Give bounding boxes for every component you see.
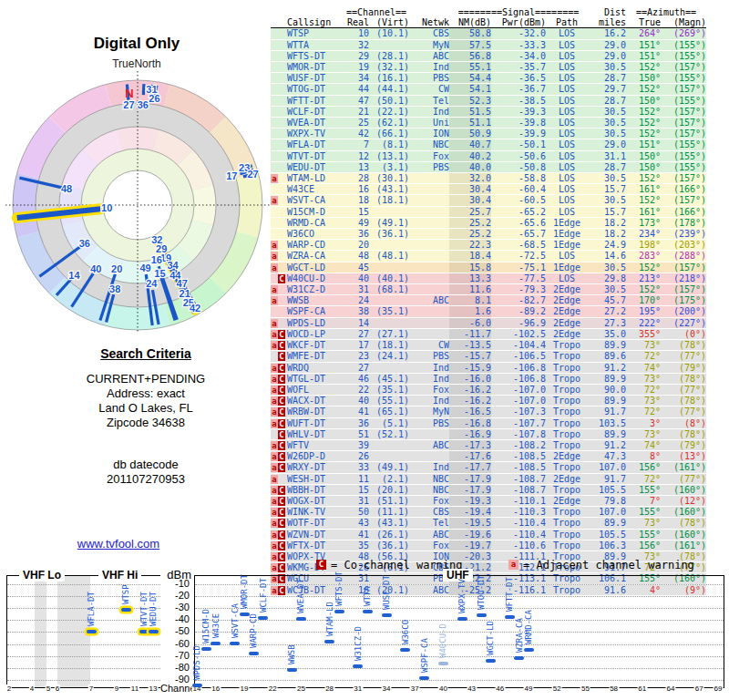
station-row: WTSP10(10.1)CBS58.8-32.0LOS16.2264°(269°… bbox=[271, 28, 706, 39]
real-channel-cell: 34 bbox=[344, 73, 369, 84]
callsign-cell: WTAM-LD bbox=[287, 173, 344, 184]
network-cell bbox=[409, 306, 449, 317]
warning-flags bbox=[271, 73, 287, 84]
db-datecode-label: db datecode bbox=[27, 458, 264, 472]
azimuth-magn-cell: (77°) bbox=[661, 351, 706, 362]
virtual-channel-cell: (43.1) bbox=[369, 518, 409, 529]
path-cell: 2Edge bbox=[546, 328, 588, 339]
warning-flags bbox=[271, 139, 287, 150]
nm-db-cell: 30.4 bbox=[449, 195, 491, 206]
station-row: aCWKCF-DT17(18.1)CW-13.5-104.4Tropo89.97… bbox=[271, 340, 706, 351]
distance-cell: 28.7 bbox=[588, 73, 626, 84]
azimuth-magn-cell: (160°) bbox=[661, 529, 706, 540]
uhf-channel-tick: 34 bbox=[382, 685, 392, 693]
co-channel-warning-icon: C bbox=[316, 560, 326, 570]
adjacent-warning-flag: a bbox=[271, 285, 278, 294]
network-cell: Uni bbox=[409, 118, 449, 129]
uhf-channel-tick: 43 bbox=[467, 685, 477, 693]
nm-db-cell: 55.1 bbox=[449, 62, 491, 73]
power-dbm-cell: -35.7 bbox=[491, 62, 546, 73]
co-channel-warning-flag: C bbox=[278, 508, 285, 517]
station-marker-label: W36CO bbox=[401, 620, 410, 644]
warning-flags: a bbox=[271, 284, 287, 295]
azimuth-magn-cell: (78°) bbox=[661, 396, 706, 407]
warning-flags bbox=[271, 50, 287, 61]
station-row: W15CM-D1525.7-65.2LOS15.7161°(166°) bbox=[271, 206, 706, 217]
station-marker-label: WFLA-DT bbox=[87, 592, 96, 626]
network-cell: PBS bbox=[409, 161, 449, 172]
virtual-channel-cell: (16.1) bbox=[369, 73, 409, 84]
adjacent-warning-flag: a bbox=[271, 530, 278, 540]
distance-cell: 89.9 bbox=[588, 518, 626, 529]
callsign-cell: WACX-DT bbox=[287, 396, 344, 407]
power-dbm-cell: -106.8 bbox=[491, 362, 546, 373]
tvfool-link[interactable]: www.tvfool.com bbox=[50, 537, 187, 551]
virtual-channel-cell: (40.1) bbox=[369, 273, 409, 283]
warning-flags: aC bbox=[271, 540, 287, 551]
spoke-channel-label: 24 bbox=[146, 278, 158, 289]
warning-flags: aC bbox=[271, 484, 287, 495]
power-dbm-cell: -58.8 bbox=[491, 173, 546, 184]
azimuth-magn-cell: (0°) bbox=[661, 328, 706, 339]
path-cell: LOS bbox=[546, 184, 588, 195]
uhf-channel-tick: 40 bbox=[438, 685, 448, 693]
distance-cell: 30.5 bbox=[588, 62, 626, 73]
callsign-cell: WESH-DT bbox=[287, 473, 344, 484]
virtual-channel-cell: (45.1) bbox=[369, 373, 409, 384]
path-cell: LOS bbox=[546, 118, 588, 129]
real-channel-cell: 20 bbox=[344, 240, 369, 251]
col-nm: NM(dB) bbox=[449, 17, 491, 28]
nm-db-cell: 32.0 bbox=[449, 173, 491, 184]
callsign-cell: W31CZ-D bbox=[287, 284, 344, 295]
real-channel-cell: 32 bbox=[344, 39, 369, 50]
nm-db-cell: -19.4 bbox=[449, 507, 491, 518]
station-marker-label: WGCT-LD bbox=[486, 621, 495, 655]
azimuth-magn-cell: (78°) bbox=[661, 518, 706, 529]
col-miles: miles bbox=[588, 17, 626, 28]
azimuth-true-cell: 355° bbox=[626, 328, 661, 339]
real-channel-cell: 24 bbox=[344, 295, 369, 306]
radar-title: Digital Only bbox=[36, 35, 237, 53]
callsign-cell: WUSF-DT bbox=[287, 73, 344, 84]
power-dbm-cell: -110.1 bbox=[491, 495, 546, 506]
station-row: WVEA-DT25(62.1)Uni51.1-39.8LOS30.5152°(1… bbox=[271, 118, 706, 129]
warning-flags bbox=[271, 84, 287, 95]
azimuth-true-cell: 152° bbox=[626, 195, 661, 206]
station-row: aCWOFL22(35.1)Fox-16.2-107.0Tropo90.072°… bbox=[271, 384, 706, 395]
azimuth-magn-cell: (157°) bbox=[661, 262, 706, 273]
station-marker-label: WTTA bbox=[363, 586, 372, 606]
station-marker bbox=[514, 656, 524, 660]
callsign-cell: WTOG-DT bbox=[287, 84, 344, 95]
path-cell: Tropo bbox=[546, 351, 588, 362]
callsign-cell: WTSP bbox=[287, 28, 344, 39]
network-cell: Tel bbox=[409, 95, 449, 106]
station-marker-label: WSVT-CA bbox=[231, 603, 240, 638]
callsign-cell: WXPX-TV bbox=[287, 129, 344, 139]
azimuth-magn-cell: (155°) bbox=[661, 139, 706, 150]
gridline bbox=[195, 632, 724, 633]
power-dbm-cell: -110.4 bbox=[491, 518, 546, 529]
gridline bbox=[7, 620, 160, 621]
distance-cell: 89.6 bbox=[588, 351, 626, 362]
distance-cell: 29.8 bbox=[588, 273, 626, 283]
distance-cell: 29.0 bbox=[588, 39, 626, 50]
distance-cell: 14.6 bbox=[588, 251, 626, 262]
station-marker-label: WTSP bbox=[121, 584, 130, 604]
real-channel-cell: 14 bbox=[344, 317, 369, 328]
network-cell bbox=[409, 328, 449, 339]
warning-flags: C bbox=[271, 428, 287, 439]
azimuth-true-cell: 73° bbox=[626, 396, 661, 407]
station-marker bbox=[139, 630, 149, 633]
station-row: CW40CU-D40(40.1)13.3-77.5LOS29.8213°(218… bbox=[271, 273, 706, 283]
callsign-cell: WOGX-DT bbox=[287, 495, 344, 506]
azimuth-true-cell: 234° bbox=[626, 229, 661, 240]
virtual-channel-cell: (13.1) bbox=[369, 150, 409, 161]
station-row: W43CE16(43.1)30.4-60.4LOS15.7161°(166°) bbox=[271, 184, 706, 195]
nm-db-cell: 51.1 bbox=[449, 118, 491, 129]
virtual-channel-cell bbox=[369, 295, 409, 306]
station-marker bbox=[258, 616, 268, 620]
virtual-channel-cell: (35.1) bbox=[369, 384, 409, 395]
uhf-channel-tick: 61 bbox=[637, 685, 647, 693]
station-marker-label: WEDU-DT bbox=[149, 592, 158, 627]
nm-db-cell: -16.9 bbox=[449, 428, 491, 439]
